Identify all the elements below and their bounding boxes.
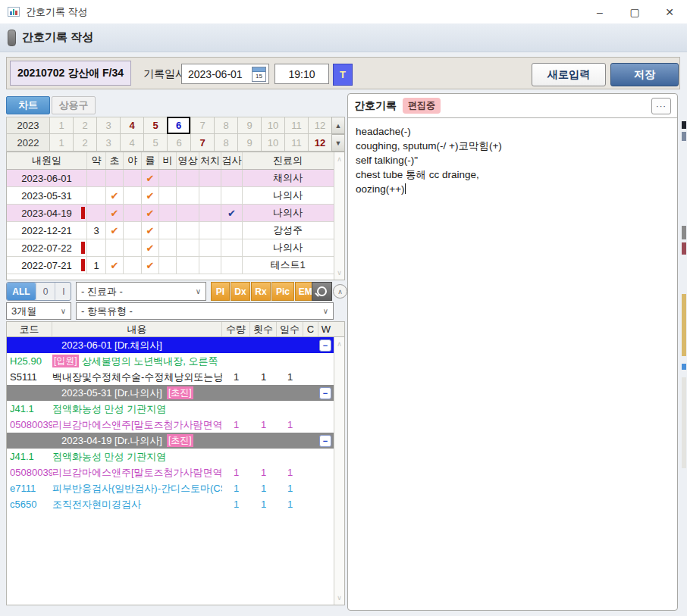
nursing-note-textarea[interactable]: headache(-)coughing, sputum(-/ +)코막힘(+)s… bbox=[348, 118, 677, 202]
visit-col-header: 진료의 bbox=[243, 152, 333, 169]
time-input[interactable]: 19:10 bbox=[274, 64, 329, 84]
list-item-row[interactable]: J41.1점액화농성 만성 기관지염 bbox=[7, 449, 344, 464]
search-button[interactable] bbox=[312, 282, 332, 301]
filter-button-rx[interactable]: Rx bbox=[251, 282, 271, 301]
filter-button-pic[interactable]: Pic bbox=[271, 282, 294, 301]
list-group-row[interactable]: 2023-04-19 [Dr.나의사][초진]− bbox=[7, 433, 334, 449]
item-code: J41.1 bbox=[7, 451, 52, 462]
period-dropdown[interactable]: 3개월∨ bbox=[6, 302, 71, 320]
list-group-row[interactable]: 2023-06-01 [Dr.채의사]− bbox=[7, 337, 334, 353]
list-item-row[interactable]: H25.90[입원]상세불명의 노년백내장, 오른쪽 bbox=[7, 353, 344, 369]
month-cell-2023-11[interactable]: 11 bbox=[284, 117, 308, 134]
year-scroll-up-icon[interactable]: ▲ bbox=[331, 117, 345, 134]
month-cell-2022-2[interactable]: 2 bbox=[73, 134, 96, 152]
month-cell-2022-7[interactable]: 7 bbox=[190, 134, 214, 152]
month-cell-2023-8[interactable]: 8 bbox=[214, 117, 237, 134]
collapse-group-icon[interactable]: − bbox=[319, 387, 331, 399]
segment-o[interactable]: 0 bbox=[36, 283, 55, 300]
list-item-row[interactable]: c5650조직전자현미경검사111 bbox=[7, 496, 344, 512]
date-input[interactable]: 2023-06-01 15 bbox=[181, 64, 269, 84]
month-cell-2023-5[interactable]: 5 bbox=[143, 117, 167, 134]
visit-row[interactable]: 2022-07-22✔나의사 bbox=[7, 239, 344, 257]
item-count: 1 bbox=[250, 419, 277, 430]
item-days: 1 bbox=[277, 499, 303, 510]
month-cell-2023-12[interactable]: 12 bbox=[308, 117, 331, 134]
maximize-button[interactable]: ▢ bbox=[617, 0, 652, 23]
tab-chart[interactable]: 차트 bbox=[6, 96, 50, 114]
month-cell-2022-9[interactable]: 9 bbox=[237, 134, 261, 152]
month-cell-2023-2[interactable]: 2 bbox=[73, 117, 96, 134]
list-item-row[interactable]: J41.1점액화농성 만성 기관지염 bbox=[7, 401, 344, 417]
month-cell-2022-6[interactable]: 6 bbox=[167, 134, 190, 152]
visit-row[interactable]: 2022-07-211✔✔테스트1 bbox=[7, 257, 344, 274]
item-days: 1 bbox=[277, 467, 303, 478]
item-count: 1 bbox=[250, 467, 277, 478]
year-scroll-down-icon[interactable]: ▼ bbox=[331, 134, 345, 152]
item-type-dropdown[interactable]: - 항목유형 -∨ bbox=[76, 302, 334, 320]
visit-doctor: 채의사 bbox=[243, 170, 333, 186]
new-entry-button[interactable]: 새로입력 bbox=[532, 63, 606, 86]
list-item-row[interactable]: 050800391리브감마에스앤주[말토즈첨가사람면역글111 bbox=[7, 464, 344, 480]
nursing-note-title: 간호기록 bbox=[354, 99, 397, 113]
visit-check-cell bbox=[124, 222, 142, 239]
visit-check-cell: ✔ bbox=[142, 257, 159, 274]
filter-button-dx[interactable]: Dx bbox=[231, 282, 250, 301]
list-group-row[interactable]: 2023-05-31 [Dr.나의사][초진]− bbox=[7, 385, 334, 401]
close-button[interactable]: ✕ bbox=[652, 0, 687, 23]
month-cell-2022-11[interactable]: 11 bbox=[284, 134, 308, 152]
calendar-icon[interactable]: 15 bbox=[252, 67, 266, 82]
month-cell-2023-4[interactable]: 4 bbox=[120, 117, 143, 134]
month-cell-2023-7[interactable]: 7 bbox=[190, 117, 214, 134]
month-cell-2022-12[interactable]: 12 bbox=[308, 134, 331, 152]
time-now-button[interactable]: T bbox=[333, 64, 353, 86]
collapse-group-icon[interactable]: − bbox=[319, 339, 331, 352]
year-label: 2023 bbox=[6, 117, 49, 134]
visit-check-cell: ✔ bbox=[106, 257, 124, 274]
visit-row[interactable]: 2022-12-213✔✔강성주 bbox=[7, 222, 344, 239]
month-cell-2022-3[interactable]: 3 bbox=[96, 134, 120, 152]
segment-all[interactable]: ALL bbox=[7, 283, 36, 300]
month-cell-2023-6[interactable]: 6 bbox=[167, 117, 190, 134]
visit-table-scrollbar[interactable]: ∧∨ bbox=[334, 152, 344, 280]
chevron-down-icon: ∨ bbox=[196, 287, 201, 295]
tab-phrases[interactable]: 상용구 bbox=[52, 96, 96, 114]
save-button[interactable]: 저장 bbox=[610, 63, 679, 86]
note-line: self talking(-)" bbox=[356, 153, 670, 167]
checkmark-icon: ✔ bbox=[111, 260, 119, 271]
month-cell-2022-8[interactable]: 8 bbox=[214, 134, 237, 152]
month-cell-2022-5[interactable]: 5 bbox=[143, 134, 167, 152]
item-text: 리브감마에스앤주[말토즈첨가사람면역글 bbox=[52, 418, 222, 432]
collapse-group-icon[interactable]: − bbox=[319, 435, 331, 447]
visit-table: 내원일약초야률비영상처치검사진료의 2023-06-01✔채의사2023-05-… bbox=[6, 152, 345, 280]
visit-check-cell bbox=[199, 187, 221, 204]
month-cell-2022-10[interactable]: 10 bbox=[261, 134, 284, 152]
filter-button-pi[interactable]: PI bbox=[211, 282, 230, 301]
checkmark-icon: ✔ bbox=[111, 208, 119, 219]
minimize-button[interactable]: – bbox=[582, 0, 617, 23]
visit-row[interactable]: 2023-04-19✔✔✔나의사 bbox=[7, 205, 344, 222]
collapse-panel-button[interactable]: ∧ bbox=[333, 284, 347, 299]
clipped-sliver bbox=[682, 364, 686, 370]
list-item-row[interactable]: e7111피부반응검사(일반검사)-간디스토마(CS111 bbox=[7, 480, 344, 496]
month-cell-2023-10[interactable]: 10 bbox=[261, 117, 284, 134]
month-cell-2022-4[interactable]: 4 bbox=[120, 134, 143, 152]
visit-row[interactable]: 2023-06-01✔채의사 bbox=[7, 170, 344, 187]
item-code: J41.1 bbox=[7, 403, 52, 414]
page-header: 간호기록 작성 bbox=[0, 23, 687, 52]
month-cell-2023-1[interactable]: 1 bbox=[49, 117, 73, 134]
department-dropdown[interactable]: - 진료과 -∨ bbox=[76, 282, 206, 301]
visit-row[interactable]: 2023-05-31✔✔나의사 bbox=[7, 187, 344, 205]
segment-i[interactable]: I bbox=[55, 283, 72, 300]
order-list-header: 코드내용수량횟수일수CW bbox=[7, 322, 344, 337]
list-item-row[interactable]: S5111백내장및수정체수술-수정체낭외또는낭L111 bbox=[7, 369, 344, 385]
window-title: 간호기록 작성 bbox=[26, 5, 88, 19]
more-options-button[interactable]: ··· bbox=[651, 98, 671, 114]
month-cell-2022-1[interactable]: 1 bbox=[49, 134, 73, 152]
item-description: 백내장및수정체수술-수정체낭외또는낭L bbox=[52, 371, 222, 384]
list-item-row[interactable]: 050800391리브감마에스앤주[말토즈첨가사람면역글111 bbox=[7, 417, 344, 433]
order-list-scrollbar[interactable]: ∧∨ bbox=[334, 337, 344, 605]
admission-flag-bar bbox=[81, 207, 85, 219]
list-col-header: 일수 bbox=[277, 322, 303, 336]
month-cell-2023-3[interactable]: 3 bbox=[96, 117, 120, 134]
month-cell-2023-9[interactable]: 9 bbox=[237, 117, 261, 134]
